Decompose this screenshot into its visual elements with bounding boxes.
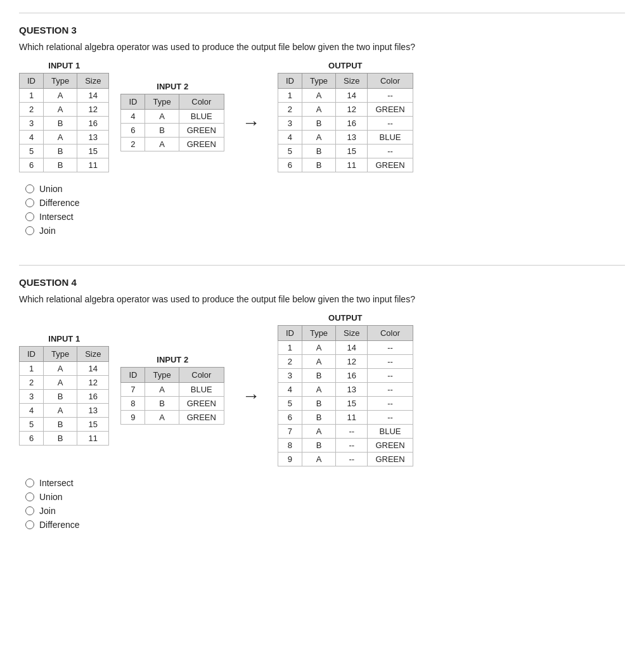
table-cell: 9	[278, 453, 302, 466]
q3-radio-2[interactable]	[25, 198, 34, 207]
table-row: 7ABLUE	[121, 383, 224, 397]
table-row: 9A--GREEN	[278, 453, 413, 466]
table-cell: 6	[20, 158, 44, 172]
table-cell: 15	[77, 418, 109, 432]
q4-option-4-label: Difference	[39, 520, 80, 530]
q4-radio-2[interactable]	[25, 492, 34, 501]
table-row: 2A12	[20, 103, 109, 117]
table-row: 3B16	[20, 117, 109, 131]
table-cell: B	[44, 145, 77, 158]
table-cell: 7	[121, 383, 145, 397]
table-cell: 4	[278, 383, 302, 397]
q3-arrow: →	[242, 113, 260, 133]
q4-arrow: →	[242, 386, 260, 406]
q4-radio-3[interactable]	[25, 506, 34, 515]
table-cell: 11	[336, 158, 368, 172]
table-cell: 14	[336, 341, 368, 355]
table-row: 4A13	[20, 404, 109, 418]
table-cell: 12	[336, 103, 368, 117]
table-cell: 15	[77, 145, 109, 158]
table-cell: 2	[20, 376, 44, 390]
table-cell: BLUE	[368, 425, 413, 439]
table-row: 2A12--	[278, 355, 413, 369]
question-3-section: QUESTION 3 Which relational algebra oper…	[19, 13, 625, 246]
table-row: 4A13	[20, 131, 109, 145]
q3-option-4[interactable]: Join	[25, 226, 625, 236]
q3-input2-col-id: ID	[121, 94, 145, 110]
table-cell: 6	[20, 432, 44, 446]
table-cell: 1	[278, 89, 302, 103]
q4-output-col-id: ID	[278, 326, 302, 341]
table-cell: 11	[77, 432, 109, 446]
q4-option-1[interactable]: Intersect	[25, 478, 625, 488]
table-cell: GREEN	[368, 158, 413, 172]
table-cell: --	[336, 453, 368, 466]
table-cell: 14	[336, 89, 368, 103]
q4-output-label: OUTPUT	[328, 313, 362, 323]
table-row: 4A13BLUE	[278, 131, 413, 145]
q4-input2-group: INPUT 2 ID Type Color 7ABLUE8BGREEN9AGRE…	[120, 355, 224, 425]
table-cell: 14	[77, 89, 109, 103]
table-cell: 3	[278, 117, 302, 131]
table-cell: --	[368, 117, 413, 131]
table-cell: 15	[336, 145, 368, 158]
table-cell: --	[368, 383, 413, 397]
table-cell: B	[44, 418, 77, 432]
q3-option-1[interactable]: Union	[25, 184, 625, 194]
table-cell: B	[44, 158, 77, 172]
q4-option-3[interactable]: Join	[25, 506, 625, 516]
q3-radio-1[interactable]	[25, 184, 34, 193]
table-cell: B	[302, 369, 335, 383]
table-row: 7A--BLUE	[278, 425, 413, 439]
table-cell: 15	[336, 397, 368, 411]
table-cell: 2	[121, 138, 145, 151]
table-row: 2A12GREEN	[278, 103, 413, 117]
table-cell: B	[145, 124, 179, 138]
q3-option-1-label: Union	[39, 184, 63, 194]
table-cell: 1	[20, 89, 44, 103]
table-cell: A	[44, 376, 77, 390]
q3-option-2[interactable]: Difference	[25, 198, 625, 208]
table-cell: A	[302, 341, 335, 355]
q4-radio-4[interactable]	[25, 520, 34, 529]
table-cell: B	[44, 432, 77, 446]
q3-radio-3[interactable]	[25, 212, 34, 221]
q3-input1-col-id: ID	[20, 74, 44, 89]
q3-option-3[interactable]: Intersect	[25, 212, 625, 222]
q3-output-label: OUTPUT	[328, 61, 362, 70]
table-cell: A	[44, 89, 77, 103]
table-cell: 3	[20, 390, 44, 404]
table-row: 1A14--	[278, 341, 413, 355]
table-row: 5B15--	[278, 397, 413, 411]
q4-option-2[interactable]: Union	[25, 492, 625, 502]
q4-option-4[interactable]: Difference	[25, 520, 625, 530]
table-cell: 16	[77, 117, 109, 131]
table-row: 1A14	[20, 362, 109, 376]
table-cell: --	[368, 341, 413, 355]
q4-input1-col-id: ID	[20, 347, 44, 362]
table-cell: --	[368, 145, 413, 158]
table-row: 2A12	[20, 376, 109, 390]
table-row: 3B16--	[278, 369, 413, 383]
table-cell: B	[302, 397, 335, 411]
table-cell: 5	[20, 145, 44, 158]
table-cell: A	[44, 404, 77, 418]
q3-input2-col-type: Type	[145, 94, 179, 110]
q3-option-2-label: Difference	[39, 198, 80, 208]
table-row: 6BGREEN	[121, 124, 224, 138]
table-cell: --	[336, 439, 368, 453]
table-row: 6B11GREEN	[278, 158, 413, 172]
table-cell: 4	[20, 404, 44, 418]
q3-input1-col-size: Size	[77, 74, 109, 89]
table-row: 1A14	[20, 89, 109, 103]
q4-radio-1[interactable]	[25, 479, 34, 487]
q3-output-col-id: ID	[278, 74, 302, 89]
q4-output-col-color: Color	[368, 326, 413, 341]
table-cell: --	[368, 355, 413, 369]
table-cell: 4	[121, 110, 145, 124]
q3-radio-4[interactable]	[25, 226, 34, 235]
table-cell: A	[302, 103, 335, 117]
q3-input2-col-color: Color	[179, 94, 224, 110]
q4-input2-col-id: ID	[121, 368, 145, 383]
table-row: 2AGREEN	[121, 138, 224, 151]
